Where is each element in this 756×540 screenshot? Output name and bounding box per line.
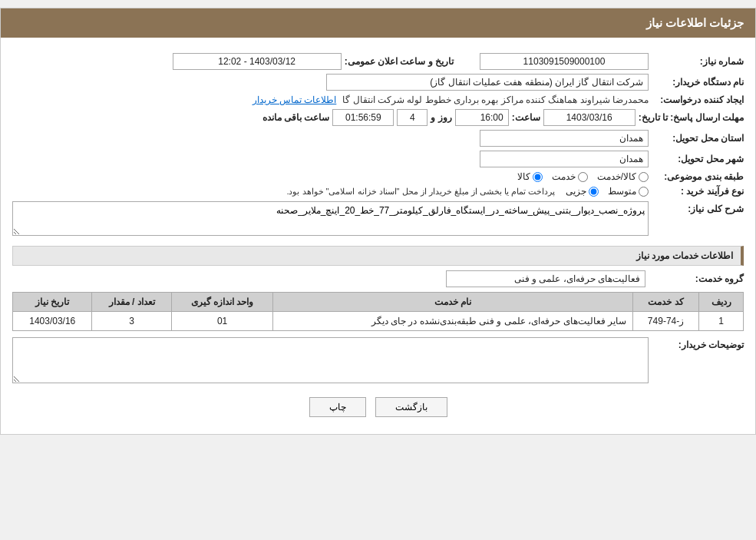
category-radio-group: کالا/خدمت خدمت کالا xyxy=(517,171,649,182)
creator-contact-link[interactable]: اطلاعات تماس خریدار xyxy=(253,94,337,105)
purchase-type-radio-group: متوسط جزیی xyxy=(566,186,649,197)
cell-qty: 3 xyxy=(92,312,171,331)
category-radio-khedmat[interactable] xyxy=(578,172,588,182)
purchase-option-motavasset: متوسط xyxy=(608,186,649,197)
cell-unit: 01 xyxy=(171,312,272,331)
response-remaining: 01:56:59 xyxy=(332,109,394,126)
col-header-unit: واحد اندازه گیری xyxy=(171,293,272,312)
page-title: جزئیات اطلاعات نیاز xyxy=(646,16,744,29)
creator-value: محمدرضا شیراوند هماهنگ کننده مراکز بهره … xyxy=(342,94,649,105)
city-value: همدان xyxy=(480,151,649,167)
buyer-org-label: نام دستگاه خریدار: xyxy=(652,77,744,88)
response-days-label: روز و xyxy=(431,112,451,123)
purchase-radio-motavasset[interactable] xyxy=(639,187,649,197)
action-buttons: بازگشت چاپ xyxy=(12,397,744,417)
need-desc-label: شرح کلی نیاز: xyxy=(652,204,744,214)
need-number-label: شماره نیاز: xyxy=(652,56,744,67)
category-label-khedmat: خدمت xyxy=(552,171,576,182)
response-days: 4 xyxy=(397,109,428,126)
table-row: 1 ز-74-749 سایر فعالیت‌های حرفه‌ای، علمی… xyxy=(13,312,744,331)
province-label: استان محل تحویل: xyxy=(652,133,744,144)
service-section-title: اطلاعات خدمات مورد نیاز xyxy=(12,246,744,266)
response-time-label: ساعت: xyxy=(512,112,540,123)
city-label: شهر محل تحویل: xyxy=(652,154,744,164)
purchase-label-motavasset: متوسط xyxy=(608,186,636,197)
announcement-label: تاریخ و ساعت اعلان عمومی: xyxy=(345,56,454,67)
page-header: جزئیات اطلاعات نیاز xyxy=(1,8,755,38)
response-deadline-label: مهلت ارسال پاسخ: تا تاریخ: xyxy=(639,112,744,123)
category-option-khedmat: خدمت xyxy=(552,171,588,182)
service-table: ردیف کد خدمت نام خدمت واحد اندازه گیری ت… xyxy=(12,292,744,331)
purchase-type-label: نوع فرآیند خرید : xyxy=(652,186,744,197)
category-radio-kala-khedmat[interactable] xyxy=(639,172,649,182)
col-header-code: کد خدمت xyxy=(632,293,698,312)
print-button[interactable]: چاپ xyxy=(309,397,366,417)
category-label: طبقه بندی موضوعی: xyxy=(652,171,744,182)
buyer-notes-label: توضیحات خریدار: xyxy=(652,340,744,350)
purchase-label-jozee: جزیی xyxy=(566,186,586,197)
category-label-kala-khedmat: کالا/خدمت xyxy=(597,171,636,182)
announcement-value: 1403/03/12 - 12:02 xyxy=(173,53,342,70)
buyer-org-value: شرکت انتقال گاز ایران (منطقه هفت عملیات … xyxy=(326,74,649,91)
purchase-radio-jozee[interactable] xyxy=(589,187,599,197)
province-value: همدان xyxy=(480,130,649,147)
category-radio-kala[interactable] xyxy=(533,172,543,182)
col-header-qty: تعداد / مقدار xyxy=(92,293,171,312)
category-option-kala: کالا xyxy=(517,171,543,182)
cell-name: سایر فعالیت‌های حرفه‌ای، علمی و فنی طبقه… xyxy=(273,312,633,331)
need-desc-textarea[interactable] xyxy=(12,201,649,236)
creator-label: ایجاد کننده درخواست: xyxy=(652,94,744,105)
col-header-date: تاریخ نیاز xyxy=(13,293,92,312)
cell-date: 1403/03/16 xyxy=(13,312,92,331)
col-header-rownum: ردیف xyxy=(699,293,744,312)
response-time: 16:00 xyxy=(455,109,509,126)
response-date: 1403/03/16 xyxy=(543,109,636,126)
response-remaining-label: ساعت باقی مانده xyxy=(262,112,330,123)
cell-rownum: 1 xyxy=(699,312,744,331)
cell-code: ز-74-749 xyxy=(632,312,698,331)
group-service-label: گروه خدمت: xyxy=(652,273,744,284)
back-button[interactable]: بازگشت xyxy=(375,397,447,417)
category-label-kala: کالا xyxy=(517,171,530,182)
group-service-value: فعالیت‌های حرفه‌ای، علمی و فنی xyxy=(446,270,645,287)
purchase-note: پرداخت تمام یا بخشی از مبلغ خریدار از مح… xyxy=(286,187,555,197)
col-header-name: نام خدمت xyxy=(273,293,633,312)
need-number-value: 1103091509000100 xyxy=(480,53,649,70)
purchase-option-jozee: جزیی xyxy=(566,186,599,197)
category-option-kala-khedmat: کالا/خدمت xyxy=(597,171,649,182)
buyer-notes-textarea[interactable] xyxy=(12,337,649,383)
